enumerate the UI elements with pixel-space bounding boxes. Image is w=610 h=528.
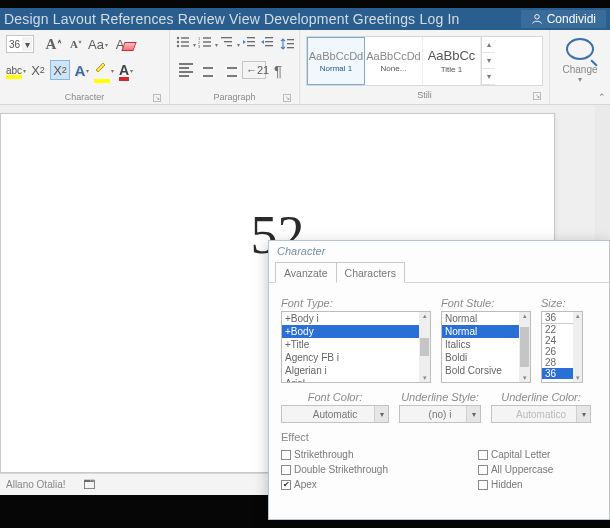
change-case-button[interactable]: Aa▾ [88,34,108,54]
ribbon-group-character: 36 ▾ A˄ A˅ Aa▾ A abc▾ X2 X2 AA▾ ▾ [0,30,170,104]
align-left-button[interactable] [176,60,196,80]
svg-rect-10 [203,41,211,42]
share-label: Condividi [547,12,596,26]
svg-rect-22 [287,39,294,40]
check-apex[interactable]: ✔Apex [281,479,388,490]
dialog-launcher-icon[interactable]: ↘ [283,94,291,102]
styles-gallery: AaBbCcDd Normal 1 AaBbCcDd None... AaBbC… [306,36,543,86]
share-button[interactable]: Condividi [521,10,606,28]
grow-font-button[interactable]: A˄ [44,34,64,54]
svg-point-1 [177,37,179,39]
svg-rect-13 [221,37,232,38]
svg-rect-15 [227,45,232,46]
menubar-items[interactable]: Design Lavout References Review View Dev… [4,11,521,27]
check-double-strikethrough[interactable]: Double Strikethrough [281,464,388,475]
subscript-button[interactable]: X2 [28,60,48,80]
dialog-launcher-icon[interactable]: ↘ [533,92,541,100]
decrease-indent-button[interactable] [242,34,258,54]
svg-rect-24 [287,47,294,48]
highlighter-icon [94,60,110,76]
font-size-combo[interactable]: 36 ▾ [6,35,34,53]
calendar-icon[interactable]: 🗔 [83,478,95,492]
align-right-button[interactable] [220,60,240,80]
svg-rect-21 [265,45,273,46]
group-label-styles: Stili↘ [306,88,543,102]
indent-value[interactable]: ←21 [242,61,266,79]
list-item[interactable]: Algerian i [282,364,430,377]
tab-characters[interactable]: Characters [336,262,405,283]
font-type-listbox[interactable]: +Body i +Body +Title Agency FB i Algeria… [281,311,431,383]
list-item[interactable]: Normal [442,325,530,338]
chevron-down-icon[interactable]: ▾ [466,406,480,422]
character-dialog: Character Avanzate Characters Font Type:… [268,240,610,520]
font-color-button[interactable]: A▾ [116,60,136,80]
style-item-title[interactable]: AaBbCc Title 1 [423,37,481,85]
svg-rect-8 [203,37,211,38]
increase-indent-button[interactable] [260,34,276,54]
dialog-tabs: Avanzate Characters [269,261,609,283]
label-font-style: Font Stule: [441,297,531,309]
font-style-listbox[interactable]: Normal Normal Italics Boldi Bold Corsive… [441,311,531,383]
label-underline-style: Underline Style: [399,391,481,403]
font-color-combo[interactable]: Automatic▾ [281,405,389,423]
svg-point-3 [177,41,179,43]
numbering-button[interactable]: 123▾ [198,34,218,54]
chevron-down-icon[interactable]: ▾ [374,406,388,422]
search-icon [566,38,594,60]
align-center-button[interactable] [198,60,218,80]
chevron-down-icon[interactable]: ▾ [22,37,32,51]
check-all-uppercase[interactable]: All Uppercase [478,464,553,475]
svg-text:3: 3 [198,44,201,49]
list-item[interactable]: Bold Corsive [442,364,530,377]
show-marks-button[interactable]: ¶ [268,60,288,80]
bullets-button[interactable]: ▾ [176,34,196,54]
multilevel-list-button[interactable]: ▾ [220,34,240,54]
label-underline-color: Underline Color: [491,391,591,403]
ribbon-group-paragraph: ▾ 123▾ ▾ ←21 ¶ Paragraph↘ [170,30,300,104]
style-item-normal[interactable]: AaBbCcDd Normal 1 [307,37,365,85]
styles-gallery-more[interactable]: ▴▾▾ [481,37,495,85]
user-icon [531,13,543,25]
collapse-ribbon-button[interactable]: ⌃ [598,92,606,102]
highlight-color-button[interactable]: ▾ [94,60,114,80]
svg-rect-16 [247,37,255,38]
scrollbar[interactable]: ▴▾ [573,312,582,382]
style-item-none[interactable]: AaBbCcDd None... [365,37,423,85]
underline-color-combo[interactable]: Automatico▾ [491,405,591,423]
check-hidden[interactable]: Hidden [478,479,553,490]
text-effects-button[interactable]: AA▾ [72,60,92,80]
tab-avanzate[interactable]: Avanzate [275,262,337,283]
list-item[interactable]: +Title [282,338,430,351]
superscript-button[interactable]: X2 [50,60,70,80]
scrollbar[interactable]: ▴▾ [419,312,430,382]
label-font-color: Font Color: [281,391,389,403]
status-language[interactable]: Allano Otalia! [6,479,65,490]
scrollbar[interactable]: ▴▾ [519,312,530,382]
svg-point-0 [534,15,539,20]
highlight-button[interactable]: abc▾ [6,60,26,80]
svg-rect-17 [247,41,255,42]
list-item[interactable]: Boldi [442,351,530,364]
group-label-paragraph: Paragraph↘ [176,90,293,104]
line-spacing-button[interactable] [280,34,296,54]
underline-style-combo[interactable]: (no) i▾ [399,405,481,423]
dialog-launcher-icon[interactable]: ↘ [153,94,161,102]
chevron-down-icon[interactable]: ▾ [576,406,590,422]
svg-rect-19 [265,37,273,38]
check-strikethrough[interactable]: Strikethrough [281,449,388,460]
svg-rect-4 [181,41,189,42]
list-item[interactable]: Arial [282,377,430,383]
size-listbox[interactable]: 36 22 24 26 28 36 ▴▾ [541,311,583,383]
shrink-font-button[interactable]: A˅ [66,34,86,54]
svg-rect-23 [287,43,294,44]
list-item[interactable]: Italics [442,338,530,351]
label-size: Size: [541,297,583,309]
label-effect: Effect [281,431,597,443]
clear-formatting-button[interactable]: A [110,34,130,54]
list-item[interactable]: Agency FB i [282,351,430,364]
check-capital-letter[interactable]: Capital Letter [478,449,553,460]
svg-rect-2 [181,37,189,38]
ribbon-group-styles: AaBbCcDd Normal 1 AaBbCcDd None... AaBbC… [300,30,550,104]
list-item[interactable]: +Body [282,325,430,338]
find-replace-button[interactable]: Change ▾ [556,38,604,84]
